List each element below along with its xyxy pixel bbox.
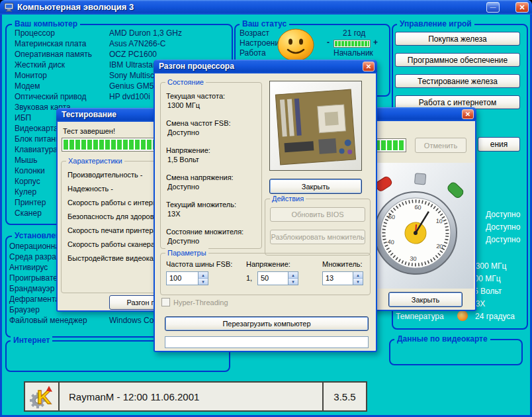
internet-panel-label: Интернет — [11, 336, 52, 345]
window-icon — [4, 2, 15, 13]
version-text: 3.5.5 — [322, 383, 366, 410]
voltage-label: Напряжение: — [246, 260, 290, 269]
component-name: Корпус — [15, 177, 40, 186]
component-name: Колонки — [15, 167, 45, 175]
characteristic-item: Надежность - — [67, 185, 113, 193]
spin-down-icon[interactable]: ▼ — [199, 279, 208, 285]
app-window: Ваш компьютер ПроцессорAMD Duron 1,3 GHz… — [0, 0, 532, 417]
restart-computer-button[interactable]: Перезагрузить компьютер — [165, 316, 369, 331]
characteristic-item: Скорость работы сканера - — [67, 240, 159, 249]
fsb-value: 100 — [167, 272, 198, 285]
characteristic-item: Безопасность для здоровья - — [67, 212, 166, 221]
overclock-dialog-titlebar[interactable]: Разгон процессора ✕ — [154, 60, 377, 73]
availability-fragment: Доступно — [486, 223, 520, 232]
dial-number: 30 — [410, 255, 417, 262]
overclock-close-button[interactable]: Закрыть — [269, 179, 362, 194]
params-group-label: Параметры — [165, 248, 208, 258]
component-value: OCZ PC1600 — [109, 50, 157, 59]
state-item-value: Доступно — [167, 183, 199, 191]
temperature-label: Температура — [396, 312, 444, 321]
component-name: Модем — [15, 82, 40, 91]
state-item-label: Смена напряжения: — [166, 173, 234, 182]
state-item-value: 13X — [167, 210, 181, 218]
unlock-multiplier-button[interactable]: Разблокировать множитель — [270, 230, 365, 244]
component-name: Клавиатура — [15, 146, 58, 154]
spin-up-icon[interactable]: ▲ — [288, 272, 298, 279]
player-status-text: RaymanM - 12:00 11.06.2001 — [60, 383, 322, 410]
partial-button[interactable]: ения — [478, 137, 520, 152]
component-name: Оперативная память — [15, 50, 92, 59]
motherboard-image — [269, 81, 362, 171]
component-name: Сканер — [15, 209, 42, 218]
multiplier-value: 13 — [323, 272, 353, 285]
test-hardware-button[interactable]: Тестирование железа — [395, 74, 520, 88]
state-item-value: Доступно — [167, 128, 199, 137]
characteristic-item: Производительность - — [67, 171, 143, 179]
cancel-button[interactable]: Отменить — [415, 138, 466, 153]
multiplier-spinner[interactable]: 13 ▲▼ — [322, 271, 363, 285]
minimize-button[interactable]: — — [486, 2, 500, 13]
job-label: Работа — [240, 49, 266, 58]
actions-group: Действия Обновить BIOS Разблокировать мн… — [265, 199, 371, 255]
params-group: Параметры Частота шины FSB: Напряжение: … — [160, 253, 371, 295]
component-name: Монитор — [15, 71, 47, 80]
fsb-spinner[interactable]: 100 ▲▼ — [166, 271, 208, 285]
component-name: Жесткий диск — [15, 61, 65, 70]
characteristic-item: Скорость печати принтера - — [67, 226, 161, 235]
component-value: HP dvd100i — [109, 93, 150, 101]
videocard-panel-label: Данные по видеокарте — [394, 334, 490, 344]
hw-close-button[interactable]: Закрыть — [388, 292, 463, 307]
close-icon[interactable]: ✕ — [462, 109, 474, 119]
spin-down-icon[interactable]: ▼ — [288, 279, 298, 285]
component-value: Asus A7N266-C — [109, 40, 165, 48]
actions-group-label: Действия — [270, 194, 306, 204]
characteristics-group-label: Характеристики — [66, 156, 124, 166]
close-button[interactable]: ✕ — [515, 2, 529, 13]
overclock-dialog: Разгон процессора ✕ Состояние Текущая ча… — [154, 60, 377, 352]
temperature-icon — [457, 310, 468, 324]
dial-number: 50 — [388, 213, 396, 220]
mood-minus: - — [327, 38, 330, 47]
state-item-value: 1300 МГц — [167, 101, 200, 110]
voltage-spinner[interactable]: 50 ▲▼ — [257, 271, 298, 285]
game-logo: K — [25, 383, 60, 410]
software-name: Брандмауэр — [9, 285, 54, 293]
state-group-label: Состояние — [165, 77, 206, 87]
mood-plus: + — [373, 38, 378, 47]
frequency-fragment: 1300 МГц — [471, 262, 506, 271]
component-value: AMD Duron 1,3 GHz — [109, 29, 182, 38]
hyper-threading-checkbox[interactable] — [161, 298, 170, 306]
status-panel-label: Ваш статус — [240, 19, 289, 28]
component-name: Процессор — [15, 29, 55, 38]
voltage-value: 50 — [258, 272, 288, 285]
state-item-label: Напряжение: — [166, 146, 210, 155]
voltage-prefix: 1, — [246, 274, 252, 283]
status-bar: K RaymanM - 12:00 11.06.2001 3.5.5 — [24, 381, 367, 412]
age-value: 21 год — [343, 29, 365, 38]
state-item-value: Доступно — [167, 237, 199, 246]
component-name: Принтер — [15, 199, 46, 207]
dial-number: 40 — [387, 238, 394, 246]
overclock-dialog-title: Разгон процессора — [159, 62, 234, 71]
software-button[interactable]: Программное обеспечение — [395, 53, 520, 67]
state-item-label: Смена частот FSB: — [166, 119, 231, 128]
state-group: Состояние Текущая частота: 1300 МГц Смен… — [160, 82, 262, 249]
component-name: Материнская плата — [15, 40, 87, 48]
window-titlebar[interactable]: Компьютерная эволюция 3 — [0, 0, 532, 15]
component-name: Кулер — [15, 188, 36, 197]
age-label: Возраст — [240, 29, 269, 38]
update-bios-button[interactable]: Обновить BIOS — [270, 207, 365, 222]
fsb-label: Частота шины FSB: — [166, 260, 232, 269]
availability-fragment: Доступно — [486, 210, 520, 219]
spin-down-icon[interactable]: ▼ — [353, 279, 363, 285]
game-control-panel-label: Управление игрой — [397, 19, 474, 28]
buy-hardware-button[interactable]: Покупка железа — [395, 32, 520, 46]
mood-bar — [333, 40, 371, 48]
availability-fragment: Доступно — [486, 236, 520, 244]
testing-dialog-title: Тестирование — [62, 110, 116, 119]
spin-up-icon[interactable]: ▲ — [199, 272, 208, 279]
component-value: Genius GM56 — [109, 82, 158, 91]
close-icon[interactable]: ✕ — [363, 62, 375, 71]
spin-up-icon[interactable]: ▲ — [353, 272, 363, 279]
overclock-text-field[interactable] — [165, 336, 369, 348]
